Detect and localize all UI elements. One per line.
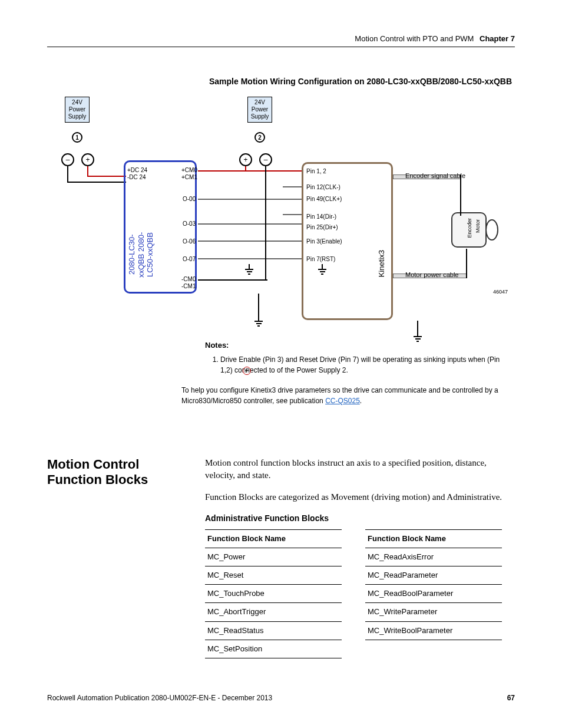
plc-pin-o00: O-00	[183, 196, 196, 202]
table-row: MC_AbortTrigger	[205, 603, 342, 621]
k3-pin-14: Pin 14(Dir-)	[306, 213, 336, 220]
table-row: MC_TouchProbe	[205, 585, 342, 603]
notes-heading: Notes:	[205, 341, 511, 350]
plc-pin-o06: O-06	[183, 238, 196, 245]
psu2-line1: 24V	[248, 99, 272, 106]
table-title: Administrative Function Blocks	[205, 513, 515, 525]
psu1-line1: 24V	[65, 99, 89, 106]
figure-number: 46047	[493, 289, 508, 295]
ground-icon	[254, 321, 263, 327]
ground-icon	[245, 269, 253, 275]
psu2-term-plus: +	[239, 153, 252, 166]
function-block-table-2: Function Block Name MC_ReadAxisError MC_…	[365, 529, 502, 658]
page-header: Motion Control with PTO and PWM Chapter …	[47, 34, 515, 47]
table-row: MC_ReadAxisError	[365, 548, 502, 566]
table-row: MC_WriteBoolParameter	[365, 622, 502, 640]
table-row: MC_ReadParameter	[365, 566, 502, 585]
plc-pin-cm1p: +CM1	[181, 174, 197, 180]
psu1-line3: Supply	[65, 113, 89, 120]
tables-row: Function Block Name MC_Power MC_Reset MC…	[205, 529, 515, 658]
plc-labels: 2080-LC30-xxQBB 2080-LC50-xxQBB	[127, 225, 146, 284]
k3-pin-49: Pin 49(CLK+)	[306, 196, 342, 202]
section-body: Motion control function blocks instruct …	[205, 457, 515, 658]
table-row: MC_Power	[205, 548, 342, 566]
psu2-term-minus: –	[259, 153, 272, 166]
table-row: MC_ReadStatus	[205, 622, 342, 640]
table-header: Function Block Name	[205, 529, 342, 548]
table-header: Function Block Name	[365, 529, 502, 548]
notes-block: Notes: Drive Enable (Pin 3) and Reset Dr…	[205, 341, 511, 406]
table-row: MC_WriteParameter	[365, 603, 502, 621]
plc-pin-dc24p: +DC 24	[127, 167, 147, 173]
k3-pin-25: Pin 25(Dir+)	[306, 224, 338, 230]
footer-publication: Rockwell Automation Publication 2080-UM0…	[47, 694, 272, 702]
plc-pin-cm1m: -CM1	[181, 283, 196, 289]
motor-label: Motor	[475, 219, 481, 233]
psu2-line3: Supply	[248, 113, 272, 120]
power-supply-2: 24V Power Supply	[247, 97, 272, 123]
motor-block: Motor Encoder	[451, 212, 496, 253]
plus-icon: +	[243, 367, 251, 375]
psu1-line2: Power	[65, 106, 89, 113]
help-post: .	[360, 397, 362, 405]
motor-cable-label: Motor power cable	[405, 271, 459, 278]
plc-pin-o07: O-07	[183, 256, 196, 262]
header-title: Motion Control with PTO and PWM	[355, 34, 474, 43]
plc-pin-cm0p: +CM0	[181, 167, 197, 173]
section-heading: Motion Control Function Blocks	[47, 457, 165, 488]
table-row: MC_SetPosition	[205, 640, 342, 658]
plc-pin-cm0m: -CM0	[181, 276, 196, 282]
note-item: Drive Enable (Pin 3) and Reset Drive (Pi…	[220, 354, 511, 375]
diagram-wrapper: Sample Motion Wiring Configuration on 20…	[47, 77, 513, 350]
publication-link[interactable]: CC-QS025	[325, 397, 360, 405]
table-row: MC_ReadBoolParameter	[365, 585, 502, 603]
wiring-diagram: 24V Power Supply 1 – + 24V Power Supply …	[47, 97, 513, 350]
encoder-label: Encoder	[467, 218, 472, 238]
function-block-table-1: Function Block Name MC_Power MC_Reset MC…	[205, 529, 342, 658]
note-1-text: Drive Enable (Pin 3) and Reset Drive (Pi…	[220, 355, 500, 374]
k3-pin-3: Pin 3(Enable)	[306, 238, 342, 245]
notes-help: To help you configure Kinetix3 drive par…	[181, 385, 511, 406]
header-chapter: Chapter 7	[480, 34, 515, 43]
kinetix3-label: Kinetix3	[377, 250, 386, 277]
psu1-badge: 1	[72, 132, 82, 143]
diagram-title: Sample Motion Wiring Configuration on 20…	[209, 77, 513, 86]
k3-pin-12: Pin 1, 2	[306, 168, 326, 174]
plc-pin-o03: O-03	[183, 220, 196, 227]
table-row: MC_Reset	[205, 566, 342, 585]
psu1-term-minus: –	[61, 153, 74, 166]
k3-pin-12clk: Pin 12(CLK-)	[306, 184, 340, 190]
plc-pin-dc24m: -DC 24	[127, 174, 146, 180]
section-p1: Motion control function blocks instruct …	[205, 457, 515, 482]
section-p2: Function Blocks are categorized as Movem…	[205, 491, 515, 503]
psu1-term-plus: +	[81, 153, 94, 166]
k3-pin-7: Pin 7(RST)	[306, 256, 335, 262]
page-footer: Rockwell Automation Publication 2080-UM0…	[47, 694, 515, 702]
psu2-line2: Power	[248, 106, 272, 113]
power-supply-1: 24V Power Supply	[65, 97, 90, 123]
psu2-badge: 2	[254, 132, 265, 143]
section: Motion Control Function Blocks Motion co…	[47, 457, 515, 658]
encoder-cable-label: Encoder signal cable	[405, 172, 465, 179]
footer-page-number: 67	[507, 694, 515, 702]
motor-shaft	[485, 219, 498, 241]
